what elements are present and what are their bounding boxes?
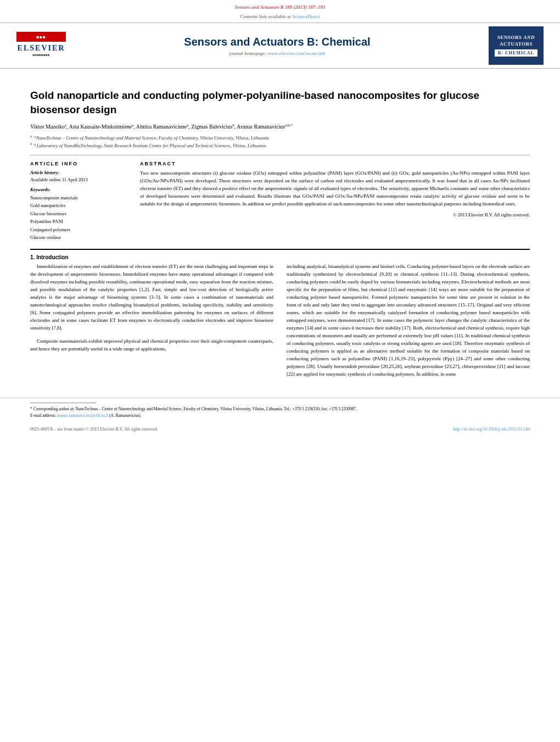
author-sup-a: a [65,123,66,127]
sa-title: SENSORS andACTUATORS [497,35,535,47]
journal-reference: Sensors and Actuators B 189 (2013) 187–1… [0,0,560,12]
author-sup-ab: a,b,* [285,123,293,127]
intro-columns: Immobilization of enzymes and establishm… [30,263,530,378]
keyword-3: Glucose biosensors [30,210,129,217]
author-sup-a3: a [187,123,188,127]
affiliations: a ᵃ NanoTechnas – Centre of Nanotechnolo… [30,133,530,149]
elsevier-logo: ■■■ ELSEVIER ■■■■■■■■ [16,32,66,59]
issn-text: 0925-4005/$ – see front matter © 2013 El… [30,427,158,432]
keyword-6: Glucose oxidase [30,233,129,241]
intro-p3: including analytical, bioanalytical syst… [287,263,530,378]
article-title: Gold nanoparticle and conducting polymer… [30,88,530,116]
abstract-label: ABSTRACT [140,161,530,166]
keyword-4: Polyaniline PANI [30,217,129,225]
contents-text: Contents lists available at [240,14,291,19]
contents-line: Contents lists available at ScienceDirec… [0,12,560,23]
article-available: Available online 11 April 2013 [30,177,129,182]
keyword-1: Nanocomposite materials [30,194,129,202]
intro-p1: Immobilization of enzymes and establishm… [30,263,273,332]
author-sup-b: b [232,123,234,127]
email-label: E-mail address: [30,413,56,418]
article-info-col: ARTICLE INFO Article history: Available … [30,161,129,242]
keywords-label: Keywords: [30,187,129,192]
footnote-corresponding: * Corresponding author at: NanoTechnas –… [30,406,530,419]
keywords-list: Nanocomposite materials Gold nanoparticl… [30,194,129,242]
elsevier-stripe-text: ■■■ [36,35,46,40]
intro-heading: 1. Introduction [30,254,530,260]
abstract-text: Two new nanocomposite structures (i) glu… [140,170,530,208]
email-person: (A. Ramanavicius). [109,413,142,418]
article-history-label: Article history: [30,170,129,175]
copyright: © 2013 Elsevier B.V. All rights reserved… [140,212,530,217]
header-band: ■■■ ELSEVIER ■■■■■■■■ Sensors and Actuat… [0,23,560,69]
journal-ref-text: Sensors and Actuators B 189 (2013) 187–1… [235,4,325,10]
article-info-label: ARTICLE INFO [30,161,129,166]
email-link[interactable]: arunas.ramanavicius@chf.vu.lt [57,413,108,418]
footnote-divider [30,403,96,403]
divider-after-affiliations [30,155,530,155]
journal-homepage: journal homepage: www.elsevier.com/locat… [66,51,489,56]
bottom-bar: 0925-4005/$ – see front matter © 2013 El… [0,423,560,435]
homepage-link[interactable]: www.elsevier.com/locate/snb [267,51,325,56]
page: Sensors and Actuators B 189 (2013) 187–1… [0,0,560,742]
elsevier-stripe: ■■■ [16,32,66,42]
journal-name: Sensors and Actuators B: Chemical [66,36,489,48]
homepage-label: journal homepage: [229,51,266,56]
intro-col2: including analytical, bioanalytical syst… [287,263,530,378]
doi-link[interactable]: http://dx.doi.org/10.1016/j.snb.2013.03.… [453,427,530,432]
author-sup-a2: a [132,123,133,127]
elsevier-name: ELSEVIER [16,44,66,53]
article-title-section: Gold nanoparticle and conducting polymer… [30,88,530,116]
affiliation-a: a ᵃ NanoTechnas – Centre of Nanotechnolo… [30,133,530,142]
journal-title-center: Sensors and Actuators B: Chemical journa… [66,36,489,56]
intro-col1: Immobilization of enzymes and establishm… [30,263,273,378]
sensors-actuators-logo: SENSORS andACTUATORS B: Chemical [489,26,544,65]
info-abstract-columns: ARTICLE INFO Article history: Available … [30,161,530,242]
corresponding-note: * Corresponding author at: NanoTechnas –… [30,406,357,411]
footer: * Corresponding author at: NanoTechnas –… [0,398,560,423]
keyword-5: Conjugated polymers [30,226,129,233]
affiliation-b: b ᵇ Laboratory of NanoBioTechnology, Sta… [30,141,530,149]
authors-line: Viktor Mazeikoa, Asta Kausaite-Minkstimi… [30,123,530,130]
abstract-col: ABSTRACT Two new nanocomposite structure… [140,161,530,242]
keyword-2: Gold nanoparticles [30,202,129,209]
sciencedirect-link[interactable]: ScienceDirect [292,14,320,19]
sa-subtitle: B: Chemical [495,49,537,57]
intro-p2: Composite nanomaterials exhibit improved… [30,338,273,353]
introduction-section: 1. Introduction Immobilization of enzyme… [30,254,530,378]
thick-divider [30,249,530,250]
article-body: Gold nanoparticle and conducting polymer… [0,69,560,389]
elsevier-sub: ■■■■■■■■ [16,53,66,57]
